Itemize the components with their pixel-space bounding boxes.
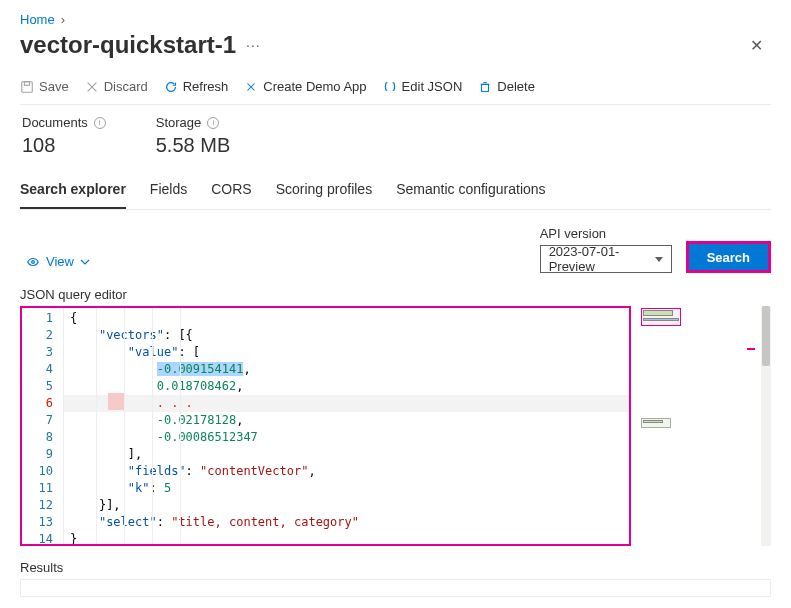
code-l9: ], [128,447,142,461]
results-area [20,579,771,597]
storage-value: 5.58 MB [156,134,230,157]
close-button[interactable]: ✕ [742,32,771,59]
api-version-group: API version 2023-07-01-Preview [540,226,672,273]
code-l8: -0.00086512347 [157,430,258,444]
discard-label: Discard [104,79,148,94]
svg-point-7 [32,260,35,263]
code-l13k: "select" [99,515,157,529]
storage-stat: Storage i 5.58 MB [156,115,230,157]
code-l5: 0.018708462 [157,379,236,393]
code-l10k: "fields" [128,464,186,478]
chevron-down-icon [80,257,90,267]
title-row: vector-quickstart-1 ··· ✕ [20,31,771,59]
code-l11v: 5 [164,481,171,495]
tab-semantic-config[interactable]: Semantic configurations [396,175,545,209]
code-l4: -0.009154141 [157,362,244,376]
command-bar: Save Discard Refresh Create Demo App Edi… [20,79,771,105]
minimap[interactable] [637,306,755,546]
eye-icon [26,255,40,269]
documents-label: Documents [22,115,88,130]
page-title: vector-quickstart-1 [20,31,236,59]
code-l2k: "vectors" [99,328,164,342]
stats-row: Documents i 108 Storage i 5.58 MB [20,115,771,157]
view-label: View [46,254,74,269]
documents-stat: Documents i 108 [22,115,106,157]
storage-label: Storage [156,115,202,130]
tab-cors[interactable]: CORS [211,175,251,209]
vertical-scrollbar[interactable] [761,306,771,546]
chevron-right-icon: › [61,12,65,27]
refresh-label: Refresh [183,79,229,94]
create-demo-button[interactable]: Create Demo App [244,79,366,94]
api-version-select[interactable]: 2023-07-01-Preview [540,245,672,273]
tab-scoring-profiles[interactable]: Scoring profiles [276,175,373,209]
code-l3k: "value" [128,345,179,359]
discard-button[interactable]: Discard [85,79,148,94]
tab-fields[interactable]: Fields [150,175,187,209]
delete-label: Delete [497,79,535,94]
edit-json-label: Edit JSON [402,79,463,94]
refresh-icon [164,80,178,94]
breadcrumb-home[interactable]: Home [20,12,55,27]
api-version-label: API version [540,226,672,241]
delete-button[interactable]: Delete [478,79,535,94]
info-icon[interactable]: i [94,117,106,129]
save-label: Save [39,79,69,94]
scrollbar-thumb[interactable] [762,306,770,366]
documents-value: 108 [22,134,106,157]
code-l2r: : [{ [164,328,193,342]
code-area[interactable]: { "vectors": [{ "value": [ -0.009154141,… [64,308,629,544]
line-gutter: 1234567891011121314 [22,308,64,544]
svg-rect-4 [482,84,489,91]
refresh-button[interactable]: Refresh [164,79,229,94]
save-icon [20,80,34,94]
breadcrumb: Home › [20,12,771,27]
json-query-editor[interactable]: 1234567891011121314 { "vectors": [{ "val… [20,306,631,546]
editor-label: JSON query editor [20,287,771,302]
tab-search-explorer[interactable]: Search explorer [20,175,126,209]
api-version-value: 2023-07-01-Preview [549,244,647,274]
svg-rect-0 [22,81,33,92]
more-actions-button[interactable]: ··· [246,37,261,53]
results-label: Results [20,560,771,575]
code-l12: }], [99,498,121,512]
tab-bar: Search explorer Fields CORS Scoring prof… [20,175,771,210]
create-demo-label: Create Demo App [263,79,366,94]
editor-wrap: 1234567891011121314 { "vectors": [{ "val… [20,306,771,546]
code-l10v: "contentVector" [200,464,308,478]
controls-row: View API version 2023-07-01-Preview Sear… [20,226,771,273]
trash-icon [478,80,492,94]
code-l7: -0.02178128 [157,413,236,427]
view-dropdown[interactable]: View [20,250,96,273]
info-icon[interactable]: i [207,117,219,129]
error-marker [108,393,124,410]
code-l6: . . . [157,396,193,410]
code-l14: } [70,532,77,546]
code-l13v: "title, content, category" [171,515,359,529]
edit-json-button[interactable]: Edit JSON [383,79,463,94]
code-l11k: "k" [128,481,150,495]
discard-icon [85,80,99,94]
code-l1: { [70,311,77,325]
tools-icon [244,80,258,94]
search-button[interactable]: Search [686,241,771,273]
save-button[interactable]: Save [20,79,69,94]
svg-rect-1 [24,81,29,85]
code-l3r: : [ [178,345,200,359]
braces-icon [383,80,397,94]
